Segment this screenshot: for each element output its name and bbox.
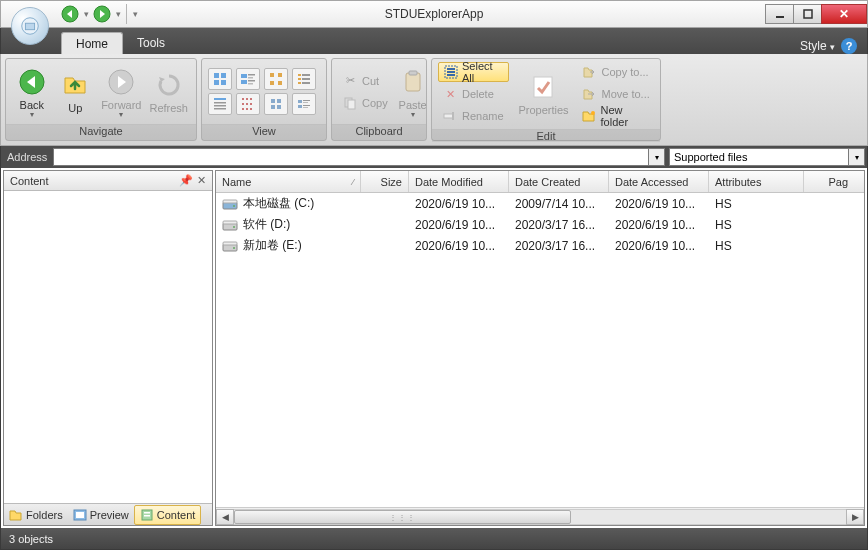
main-area: Content 📌 ✕ Folders Preview Content Name… [0, 168, 868, 528]
qat-forward-button[interactable] [91, 4, 113, 24]
small-icons-icon [240, 96, 256, 112]
tiles-icon [240, 71, 256, 87]
qat-forward-dropdown[interactable]: ▾ [115, 4, 121, 24]
left-pane-tabs: Folders Preview Content [4, 503, 212, 525]
view-medium-icons-button[interactable] [264, 93, 288, 115]
svg-rect-67 [144, 515, 150, 517]
row-date-accessed: 2020/6/19 10... [609, 218, 709, 232]
row-date-modified: 2020/6/19 10... [409, 239, 509, 253]
ribbon-tabstrip: Home Tools Style ▾ ? [0, 28, 868, 54]
table-row[interactable]: 本地磁盘 (C:)2020/6/19 10...2009/7/14 10...2… [216, 193, 864, 214]
view-list-button[interactable] [292, 68, 316, 90]
tab-home[interactable]: Home [61, 32, 123, 54]
cut-button[interactable]: ✂Cut [338, 71, 392, 91]
svg-rect-16 [248, 80, 255, 82]
view-icons-button[interactable] [264, 68, 288, 90]
svg-rect-31 [214, 108, 226, 110]
col-date-modified[interactable]: Date Modified [409, 171, 509, 192]
up-button[interactable]: Up [56, 68, 96, 116]
back-button[interactable]: Back▾ [12, 65, 52, 119]
file-list[interactable]: 本地磁盘 (C:)2020/6/19 10...2009/7/14 10...2… [216, 193, 864, 507]
delete-button[interactable]: ✕Delete [438, 84, 509, 104]
file-filter-select[interactable]: Supported files [669, 148, 849, 166]
view-details-button[interactable] [208, 93, 232, 115]
tab-folders[interactable]: Folders [4, 505, 68, 525]
view-small-icons-button[interactable] [236, 93, 260, 115]
svg-rect-13 [248, 74, 255, 76]
qat-back-dropdown[interactable]: ▾ [83, 4, 89, 24]
row-date-modified: 2020/6/19 10... [409, 218, 509, 232]
svg-rect-50 [303, 107, 308, 108]
svg-rect-8 [214, 73, 219, 78]
paste-button[interactable]: Paste▾ [396, 65, 430, 119]
pane-close-button[interactable]: ✕ [197, 174, 206, 187]
group-label-view: View [202, 124, 326, 140]
drive-icon [222, 197, 238, 211]
svg-rect-69 [223, 200, 237, 203]
col-name[interactable]: Name⁄ [216, 171, 361, 192]
quick-access-toolbar: ▾ ▾ ▾ [59, 4, 138, 24]
svg-rect-47 [303, 102, 308, 103]
minimize-button[interactable] [765, 4, 793, 24]
chevron-down-icon: ▾ [119, 113, 123, 117]
select-all-icon [443, 64, 458, 80]
help-button[interactable]: ? [841, 38, 857, 54]
view-tiles-button[interactable] [236, 68, 260, 90]
folder-up-icon [61, 71, 89, 99]
maximize-icon [803, 9, 813, 19]
scroll-left-arrow[interactable]: ◀ [216, 509, 234, 525]
app-menu-button[interactable] [11, 7, 49, 45]
file-filter-dropdown[interactable]: ▾ [849, 148, 865, 166]
table-row[interactable]: 新加卷 (E:)2020/6/19 10...2020/3/17 16...20… [216, 235, 864, 256]
scroll-thumb[interactable]: ⋮⋮⋮ [234, 510, 571, 524]
arrow-left-circle-icon [18, 68, 46, 96]
col-size[interactable]: Size [361, 171, 409, 192]
scroll-right-arrow[interactable]: ▶ [846, 509, 864, 525]
col-pages[interactable]: Pag [804, 171, 854, 192]
select-all-button[interactable]: Select All [438, 62, 509, 82]
svg-rect-64 [76, 512, 84, 518]
thumbnails-icon [212, 71, 228, 87]
maximize-button[interactable] [793, 4, 821, 24]
svg-rect-42 [277, 99, 281, 103]
refresh-button[interactable]: Refresh [147, 68, 190, 116]
address-dropdown[interactable]: ▾ [649, 148, 665, 166]
tab-tools[interactable]: Tools [123, 32, 179, 54]
qat-back-button[interactable] [59, 4, 81, 24]
view-thumbnails-button[interactable] [208, 68, 232, 90]
row-date-modified: 2020/6/19 10... [409, 197, 509, 211]
rename-button[interactable]: Rename [438, 106, 509, 126]
svg-rect-54 [409, 71, 417, 75]
address-input[interactable] [53, 148, 649, 166]
svg-rect-38 [242, 108, 244, 110]
svg-rect-32 [242, 98, 244, 100]
qat-separator [126, 4, 127, 24]
view-large-icons-button[interactable] [292, 93, 316, 115]
copy-to-button[interactable]: Copy to... [577, 62, 654, 82]
new-folder-button[interactable]: New folder [577, 106, 654, 126]
scroll-track[interactable]: ⋮⋮⋮ [234, 509, 846, 525]
style-menu[interactable]: Style ▾ [800, 39, 835, 53]
col-attributes[interactable]: Attributes [709, 171, 804, 192]
tab-preview[interactable]: Preview [68, 505, 134, 525]
move-to-button[interactable]: Move to... [577, 84, 654, 104]
svg-rect-20 [270, 81, 274, 85]
qat-customize-dropdown[interactable]: ▾ [132, 4, 138, 24]
pane-pin-button[interactable]: 📌 [179, 174, 193, 187]
tab-content[interactable]: Content [134, 505, 202, 525]
svg-rect-72 [223, 221, 237, 224]
svg-rect-58 [447, 74, 455, 76]
table-row[interactable]: 软件 (D:)2020/6/19 10...2020/3/17 16...202… [216, 214, 864, 235]
arrow-right-circle-icon [107, 68, 135, 96]
svg-rect-28 [214, 98, 226, 100]
group-label-navigate: Navigate [6, 124, 196, 140]
forward-button[interactable]: Forward▾ [99, 65, 143, 119]
col-date-accessed[interactable]: Date Accessed [609, 171, 709, 192]
col-date-created[interactable]: Date Created [509, 171, 609, 192]
horizontal-scrollbar[interactable]: ◀ ⋮⋮⋮ ▶ [216, 507, 864, 525]
copy-button[interactable]: Copy [338, 93, 392, 113]
clipboard-icon [400, 69, 426, 95]
properties-button[interactable]: Properties [517, 70, 569, 118]
row-name: 本地磁盘 (C:) [243, 195, 314, 212]
close-button[interactable]: ✕ [821, 4, 867, 24]
